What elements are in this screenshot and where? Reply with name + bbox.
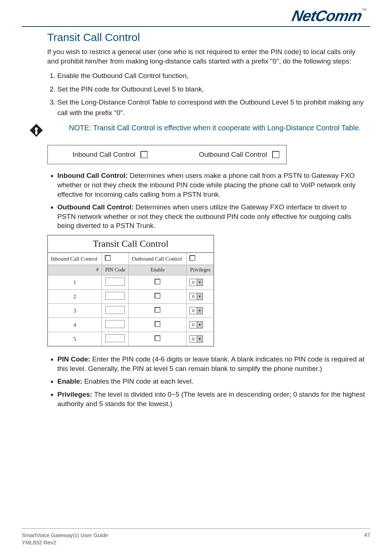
inbound-call-control-label: Inbound Call Control bbox=[48, 146, 138, 164]
definition: The level is divided into 0~5 (The level… bbox=[57, 391, 365, 408]
list-item: Inbound Call Control: Determines when us… bbox=[57, 171, 367, 199]
step-item: Set the Long-Distance Control Table to c… bbox=[57, 97, 367, 118]
row-number: 2 bbox=[48, 290, 102, 304]
list-item: Outbound Call Control: Determines when u… bbox=[57, 203, 367, 230]
intro-paragraph: If you wish to restrict a general user (… bbox=[47, 47, 367, 66]
step-item: Enable the Outbound Call Control functio… bbox=[57, 71, 367, 81]
enable-checkbox[interactable] bbox=[129, 290, 187, 304]
privileges-select[interactable]: 0▼ bbox=[187, 332, 214, 347]
term: Outbound Call Control: bbox=[57, 203, 134, 211]
privileges-select[interactable]: 0▼ bbox=[187, 275, 214, 290]
pin-code-input[interactable] bbox=[102, 290, 128, 304]
col-header-num: # bbox=[48, 265, 102, 275]
step-item: Set the PIN code for Outbound Level 5 to… bbox=[57, 84, 367, 95]
outbound-control-cell-checkbox[interactable] bbox=[187, 253, 214, 265]
definition: Enables the PIN code at each level. bbox=[82, 377, 193, 385]
chevron-down-icon: ▼ bbox=[197, 322, 203, 328]
enable-checkbox[interactable] bbox=[129, 304, 187, 318]
note-text: NOTE: Transit Call Control is effective … bbox=[47, 123, 361, 133]
col-header-privileges: Privileges bbox=[187, 265, 214, 275]
definition-list-1: Inbound Call Control: Determines when us… bbox=[57, 171, 367, 230]
footer-doc-rev: YML832 Rev2 bbox=[22, 539, 108, 546]
term: Inbound Call Control: bbox=[57, 172, 128, 179]
page-number: 47 bbox=[364, 532, 370, 546]
list-item: Enable: Enables the PIN code at each lev… bbox=[57, 377, 367, 386]
transit-call-control-table-figure: Transit Call Control Inbound Call Contro… bbox=[47, 235, 214, 347]
brand-logo: NetComm bbox=[290, 7, 364, 25]
page-footer: SmartVoice Gateway(s) User Guide YML832 … bbox=[22, 528, 370, 546]
col-header-pin: PIN Code bbox=[102, 265, 128, 275]
outbound-control-cell-label: Outbound Call Control bbox=[129, 253, 187, 265]
inbound-control-cell-label: Inbound Call Control bbox=[48, 253, 102, 265]
footer-doc-title: SmartVoice Gateway(s) User Guide bbox=[22, 532, 108, 539]
term: PIN Code: bbox=[57, 355, 90, 363]
col-header-enable: Enable bbox=[129, 265, 187, 275]
row-number: 3 bbox=[48, 304, 102, 318]
outbound-call-control-label: Outbound Call Control bbox=[154, 146, 270, 164]
term: Enable: bbox=[57, 377, 82, 385]
header-divider bbox=[22, 26, 370, 27]
chevron-down-icon: ▼ bbox=[197, 336, 203, 342]
svg-rect-2 bbox=[35, 130, 37, 135]
steps-list: Enable the Outbound Call Control functio… bbox=[57, 71, 367, 118]
chevron-down-icon: ▼ bbox=[197, 307, 203, 314]
pin-code-input[interactable] bbox=[102, 304, 128, 318]
pin-code-input[interactable] bbox=[102, 332, 128, 347]
pin-code-input[interactable] bbox=[102, 275, 128, 290]
row-number: 1 bbox=[48, 275, 102, 290]
list-item: Privileges: The level is divided into 0~… bbox=[57, 390, 367, 408]
table-caption: Transit Call Control bbox=[47, 235, 214, 252]
definition-list-2: PIN Code: Enter the PIN code (4-6 digits… bbox=[57, 355, 367, 408]
svg-point-1 bbox=[35, 127, 38, 130]
note-block: NOTE: Transit Call Control is effective … bbox=[47, 123, 367, 139]
row-number: 5 bbox=[48, 332, 102, 347]
section-title: Transit Call Control bbox=[47, 31, 367, 44]
call-control-toggle-figure: Inbound Call Control Outbound Call Contr… bbox=[47, 145, 287, 164]
chevron-down-icon: ▼ bbox=[197, 293, 203, 300]
privileges-select[interactable]: 0▼ bbox=[187, 318, 214, 332]
row-number: 4 bbox=[48, 318, 102, 332]
pin-code-input[interactable] bbox=[102, 318, 128, 332]
inbound-call-control-checkbox[interactable] bbox=[138, 146, 154, 164]
inbound-control-cell-checkbox[interactable] bbox=[102, 253, 128, 265]
term: Privileges: bbox=[57, 391, 92, 398]
privileges-select[interactable]: 0▼ bbox=[187, 290, 214, 304]
outbound-call-control-checkbox[interactable] bbox=[270, 146, 286, 164]
definition: Enter the PIN code (4-6 digits or leave … bbox=[57, 355, 364, 372]
list-item: PIN Code: Enter the PIN code (4-6 digits… bbox=[57, 355, 367, 373]
enable-checkbox[interactable] bbox=[129, 332, 187, 347]
privileges-select[interactable]: 0▼ bbox=[187, 304, 214, 318]
warning-icon bbox=[29, 123, 47, 139]
enable-checkbox[interactable] bbox=[129, 318, 187, 332]
header-logo-row: NetComm™ bbox=[22, 7, 370, 25]
enable-checkbox[interactable] bbox=[129, 275, 187, 290]
chevron-down-icon: ▼ bbox=[197, 279, 203, 286]
